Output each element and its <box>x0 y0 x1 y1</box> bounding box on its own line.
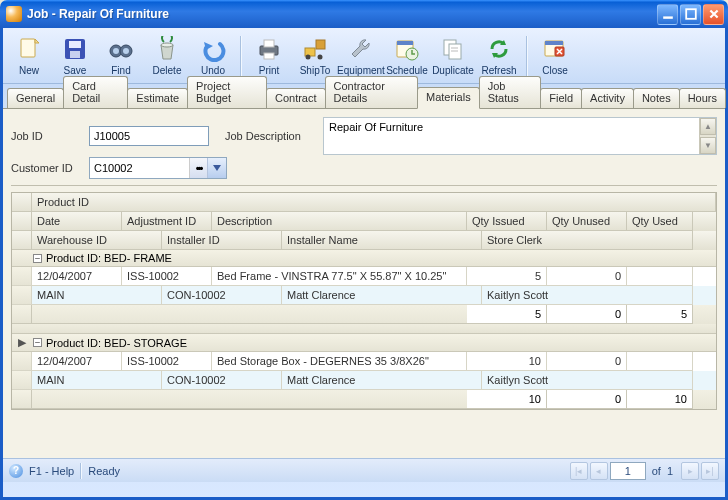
new-button[interactable]: New <box>7 31 51 81</box>
group-total-row: 5 0 5 <box>12 305 716 324</box>
printer-icon <box>255 35 283 63</box>
scroll-down-icon[interactable]: ▼ <box>700 137 716 154</box>
find-button[interactable]: Find <box>99 31 143 81</box>
toolbar-divider <box>526 36 528 76</box>
group-total-row: 10 0 10 <box>12 390 716 409</box>
current-row-marker-icon: ▶ <box>15 336 29 349</box>
group-header[interactable]: ▶ − Product ID: BED- STORAGE <box>12 334 716 352</box>
svg-rect-19 <box>397 41 413 45</box>
customer-id-input[interactable]: C10002 <box>90 158 190 178</box>
col-adjustment-id[interactable]: Adjustment ID <box>122 212 212 231</box>
svg-point-16 <box>306 55 311 60</box>
shipto-button[interactable]: ShipTo <box>293 31 337 81</box>
tab-card-detail[interactable]: Card Detail <box>63 76 128 108</box>
col-qty-unused[interactable]: Qty Unused <box>547 212 627 231</box>
data-subrow[interactable]: MAIN CON-10002 Matt Clarence Kaitlyn Sco… <box>12 371 716 390</box>
title-bar[interactable]: Job - Repair Of Furniture <box>0 0 728 28</box>
duplicate-button[interactable]: Duplicate <box>431 31 475 81</box>
status-text: Ready <box>88 465 120 477</box>
tab-notes[interactable]: Notes <box>633 88 680 108</box>
tab-strip: General Card Detail Estimate Project Bud… <box>3 84 725 108</box>
pager: |◂ ◂ 1 of 1 ▸ ▸| <box>570 462 719 480</box>
pager-next-button[interactable]: ▸ <box>681 462 699 480</box>
col-qty-used[interactable]: Qty Used <box>627 212 693 231</box>
tab-contractor-details[interactable]: Contractor Details <box>325 76 418 108</box>
job-id-label: Job ID <box>11 130 81 142</box>
col-product-id[interactable]: Product ID <box>32 193 716 212</box>
tab-project-budget[interactable]: Project Budget <box>187 76 267 108</box>
help-icon[interactable]: ? <box>9 464 23 478</box>
pager-first-button[interactable]: |◂ <box>570 462 588 480</box>
data-row[interactable]: 12/04/2007 ISS-10002 Bed Frame - VINSTRA… <box>12 267 716 286</box>
minimize-button[interactable] <box>657 4 678 25</box>
delete-button[interactable]: Delete <box>145 31 189 81</box>
col-description[interactable]: Description <box>212 212 467 231</box>
print-button[interactable]: Print <box>247 31 291 81</box>
refresh-button[interactable]: Refresh <box>477 31 521 81</box>
col-store-clerk[interactable]: Store Clerk <box>482 231 693 250</box>
tab-contract[interactable]: Contract <box>266 88 326 108</box>
pager-last-button[interactable]: ▸| <box>701 462 719 480</box>
close-button[interactable]: Close <box>533 31 577 81</box>
col-date[interactable]: Date <box>32 212 122 231</box>
tab-materials[interactable]: Materials <box>417 87 480 109</box>
customer-id-label: Customer ID <box>11 162 81 174</box>
help-text: F1 - Help <box>29 465 74 477</box>
svg-point-9 <box>123 48 129 54</box>
pager-total: 1 <box>667 465 673 477</box>
col-qty-issued[interactable]: Qty Issued <box>467 212 547 231</box>
maximize-button[interactable] <box>680 4 701 25</box>
group-title: Product ID: BED- FRAME <box>46 252 172 264</box>
tab-activity[interactable]: Activity <box>581 88 634 108</box>
tab-estimate[interactable]: Estimate <box>127 88 188 108</box>
new-document-icon <box>15 35 43 63</box>
data-row[interactable]: 12/04/2007 ISS-10002 Bed Storage Box - D… <box>12 352 716 371</box>
refresh-arrows-icon <box>485 35 513 63</box>
status-bar: ? F1 - Help Ready |◂ ◂ 1 of 1 ▸ ▸| <box>3 458 725 482</box>
svg-rect-15 <box>305 48 315 56</box>
toolbar-divider <box>240 36 242 76</box>
pager-prev-button[interactable]: ◂ <box>590 462 608 480</box>
tab-field[interactable]: Field <box>540 88 582 108</box>
group-header[interactable]: − Product ID: BED- FRAME <box>12 250 716 267</box>
svg-rect-12 <box>264 40 274 47</box>
tab-content: Job ID J10005 Job Description Repair Of … <box>3 108 725 458</box>
pager-of-label: of <box>648 465 665 477</box>
job-description-textarea[interactable]: Repair Of Furniture ▲ ▼ <box>323 117 717 155</box>
undo-button[interactable]: Undo <box>191 31 235 81</box>
collapse-icon[interactable]: − <box>33 254 42 263</box>
scroll-up-icon[interactable]: ▲ <box>700 118 716 135</box>
data-subrow[interactable]: MAIN CON-10002 Matt Clarence Kaitlyn Sco… <box>12 286 716 305</box>
tab-hours[interactable]: Hours <box>679 88 726 108</box>
col-warehouse-id[interactable]: Warehouse ID <box>32 231 162 250</box>
floppy-disk-icon <box>61 35 89 63</box>
window-title: Job - Repair Of Furniture <box>27 7 657 21</box>
forklift-icon <box>301 35 329 63</box>
tab-general[interactable]: General <box>7 88 64 108</box>
svg-point-8 <box>113 48 119 54</box>
collapse-icon[interactable]: − <box>33 338 42 347</box>
col-installer-id[interactable]: Installer ID <box>162 231 282 250</box>
svg-rect-5 <box>70 51 80 58</box>
job-id-input[interactable]: J10005 <box>89 126 209 146</box>
calendar-clock-icon <box>393 35 421 63</box>
textarea-scrollbar[interactable]: ▲ ▼ <box>699 118 716 154</box>
undo-arrow-icon <box>199 35 227 63</box>
dropdown-button[interactable] <box>208 158 226 178</box>
duplicate-pages-icon <box>439 35 467 63</box>
materials-grid[interactable]: Product ID Date Adjustment ID Descriptio… <box>11 192 717 410</box>
save-button[interactable]: Save <box>53 31 97 81</box>
schedule-button[interactable]: Schedule <box>385 31 429 81</box>
pager-page-input[interactable]: 1 <box>610 462 646 480</box>
svg-point-10 <box>161 43 173 47</box>
lookup-button[interactable]: ••• <box>190 158 208 178</box>
close-window-button[interactable] <box>703 4 724 25</box>
col-installer-name[interactable]: Installer Name <box>282 231 482 250</box>
svg-rect-14 <box>316 40 325 49</box>
svg-rect-13 <box>264 53 274 59</box>
equipment-button[interactable]: Equipment <box>339 31 383 81</box>
svg-rect-26 <box>545 41 563 45</box>
wrench-icon <box>347 35 375 63</box>
tab-job-status[interactable]: Job Status <box>479 76 542 108</box>
recycle-bin-icon <box>153 35 181 63</box>
